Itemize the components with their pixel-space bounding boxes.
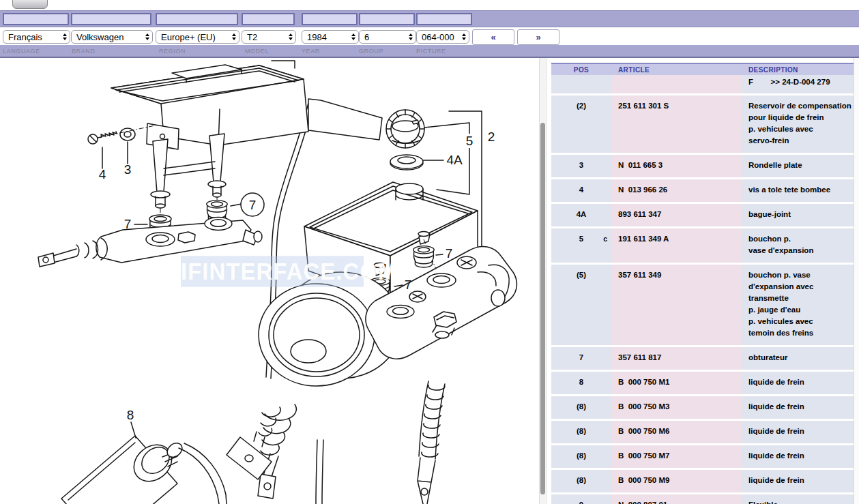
pos-cell: (5) [551, 265, 611, 345]
pos-cell: 4A [551, 204, 611, 226]
pos-modifier: c [603, 233, 607, 245]
picture-label: PICTURE [416, 48, 446, 55]
pos-cell: 9 [551, 494, 611, 504]
pos-cell: (8) [551, 396, 611, 419]
table-row[interactable]: (8) B 000 750 M7 liquide de frein [551, 445, 854, 468]
article-cell: 893 611 347 [611, 204, 742, 226]
pos-column-header: POS [551, 66, 611, 74]
description-cell: liquide de frein [742, 396, 854, 419]
table-row[interactable]: (8) B 000 750 M9 liquide de frein [551, 470, 854, 492]
brand-select[interactable]: Volkswagen [71, 30, 153, 44]
group-value: 6 [364, 32, 369, 42]
description-cell: bouchon p. vase d'expansion [742, 228, 854, 263]
description-cell: Rondelle plate [742, 155, 854, 177]
select-spinner-icon [462, 33, 466, 40]
table-row[interactable]: 8 B 000 750 M1 liquide de frein [551, 372, 854, 394]
diagram-callout-5: 5 [466, 134, 474, 148]
picture-value: 064-000 [422, 32, 454, 42]
diagram-pane: 437777524A8B2 IFINTERFACE.COM [0, 58, 539, 504]
description-cell: Flexible p. commande [742, 494, 854, 504]
description-cell: obturateur [742, 347, 854, 370]
table-row[interactable]: 4A 893 611 347 bague-joint [551, 204, 854, 226]
table-header: POS ARTICLE DESCRIPTION [551, 63, 854, 75]
table-scrollbar[interactable] [854, 58, 859, 504]
group-filter-input[interactable] [359, 13, 415, 25]
article-cell: N 900 807 01 [611, 494, 742, 504]
select-spinner-icon [145, 33, 149, 40]
diagram-callout-3: 3 [124, 162, 132, 177]
pos-cell: (8) [551, 470, 611, 492]
select-spinner-icon [409, 33, 413, 40]
article-cell: B 000 750 M7 [611, 445, 742, 468]
brand-value: Volkswagen [76, 32, 123, 42]
table-row[interactable]: (8) B 000 750 M6 liquide de frein [551, 421, 854, 443]
region-value: Europe+ (EU) [161, 32, 216, 42]
diagram-callout-7: 7 [249, 198, 257, 212]
model-filter-input[interactable] [242, 13, 295, 25]
parts-catalog-app: Français Volkswagen Europe+ (EU) T2 1984… [0, 0, 859, 504]
table-row[interactable]: (2) 251 611 301 S Reservoir de compensat… [551, 95, 854, 153]
select-spinner-icon [351, 33, 355, 40]
brand-filter-input[interactable] [71, 13, 151, 25]
selects-row: Français Volkswagen Europe+ (EU) T2 1984… [0, 27, 859, 45]
model-select[interactable]: T2 [242, 30, 296, 44]
window-button[interactable] [12, 0, 48, 9]
picture-filter-input[interactable] [416, 13, 472, 25]
model-label: MODEL [245, 48, 269, 55]
diagram-scrollbar-track[interactable] [539, 58, 547, 504]
filter-fields-bar [0, 10, 859, 27]
parts-table: POS ARTICLE DESCRIPTION F >> 24-D-004 27… [551, 58, 859, 504]
next-icon: » [536, 32, 540, 42]
top-strip [0, 0, 859, 10]
diagram-callout-4: 4 [99, 167, 106, 181]
article-cell: N 013 966 26 [611, 179, 742, 202]
table-row[interactable]: 3 N 011 665 3 Rondelle plate [551, 155, 854, 177]
pos-cell: (8) [551, 445, 611, 468]
description-cell: bouchon p. vase d'expansion avec transme… [742, 265, 854, 345]
table-row[interactable]: 7 357 611 817 obturateur [551, 347, 854, 370]
year-label: YEAR [302, 48, 320, 55]
table-rows: F >> 24-D-004 279 (2) 251 611 301 S Rese… [551, 75, 854, 504]
region-filter-input[interactable] [156, 13, 238, 25]
year-filter-input[interactable] [302, 13, 358, 25]
article-cell: 251 611 301 S [611, 95, 742, 153]
pos-cell: 3 [551, 155, 611, 177]
description-cell: F >> 24-D-004 279 [742, 75, 854, 93]
filter-labels-bar: LANGUAGE BRAND REGION MODEL YEAR GROUP P… [0, 45, 859, 58]
pos-cell: 7 [551, 347, 611, 370]
brand-label: BRAND [72, 48, 96, 55]
language-label: LANGUAGE [3, 48, 40, 55]
pos-cell [551, 75, 611, 93]
table-row[interactable]: (5) 357 611 349 bouchon p. vase d'expans… [551, 265, 854, 345]
diagram-callout-7: 7 [446, 246, 453, 261]
content-area: 437777524A8B2 IFINTERFACE.COM POS ARTICL… [0, 58, 859, 504]
language-filter-input[interactable] [3, 13, 69, 25]
language-select[interactable]: Français [3, 30, 70, 44]
table-row[interactable]: 4 N 013 966 26 vis a tole tete bombee [551, 179, 854, 202]
article-cell: 191 611 349 A [611, 228, 742, 263]
article-cell: N 011 665 3 [611, 155, 742, 177]
description-cell: liquide de frein [742, 372, 854, 394]
description-cell: Reservoir de compensation pour liquide d… [742, 95, 854, 153]
description-cell: liquide de frein [742, 470, 854, 492]
group-select[interactable]: 6 [359, 30, 416, 44]
pos-cell: (8) [551, 421, 611, 443]
diagram-scrollbar-thumb[interactable] [540, 123, 545, 494]
year-select[interactable]: 1984 [302, 30, 359, 44]
region-select[interactable]: Europe+ (EU) [156, 30, 239, 44]
picture-select[interactable]: 064-000 [416, 30, 469, 44]
article-cell: B 000 750 M3 [611, 396, 742, 419]
article-cell: 357 611 349 [611, 265, 742, 345]
table-row[interactable]: F >> 24-D-004 279 [551, 75, 854, 93]
pos-cell: (2) [551, 95, 611, 153]
description-cell: bague-joint [742, 204, 854, 226]
table-row[interactable]: 5c 191 611 349 A bouchon p. vase d'expan… [551, 228, 854, 263]
region-label: REGION [159, 48, 186, 55]
table-row[interactable]: (8) B 000 750 M3 liquide de frein [551, 396, 854, 419]
table-row[interactable]: 9 N 900 807 01 Flexible p. commande [551, 494, 854, 504]
diagram-callout-7: 7 [124, 217, 132, 231]
next-picture-button[interactable]: » [517, 29, 559, 45]
model-value: T2 [247, 32, 257, 42]
previous-picture-button[interactable]: « [472, 29, 514, 45]
watermark: IFINTERFACE.COM [181, 256, 364, 286]
